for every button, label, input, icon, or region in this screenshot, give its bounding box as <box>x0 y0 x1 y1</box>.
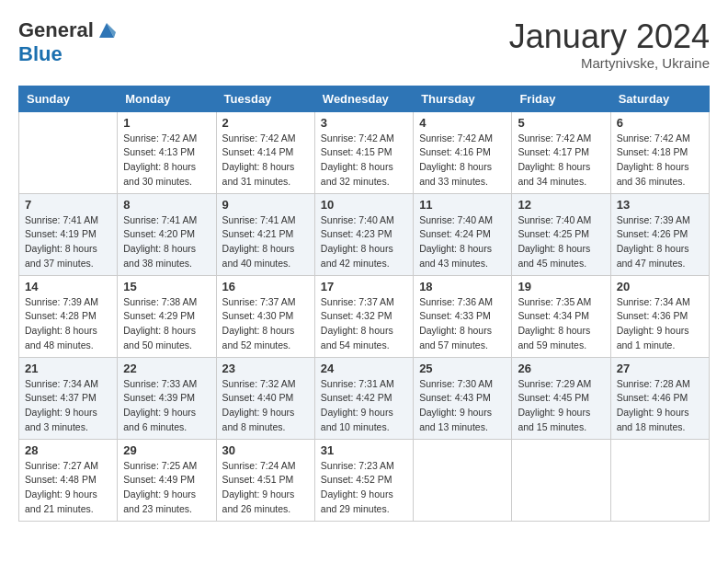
day-info: Sunrise: 7:41 AMSunset: 4:19 PMDaylight:… <box>25 213 111 271</box>
weekday-header-thursday: Thursday <box>414 86 512 111</box>
weekday-header-monday: Monday <box>118 86 216 111</box>
day-info: Sunrise: 7:34 AMSunset: 4:37 PMDaylight:… <box>25 377 111 435</box>
calendar-cell: 23Sunrise: 7:32 AMSunset: 4:40 PMDayligh… <box>216 357 314 439</box>
day-number: 24 <box>321 362 407 375</box>
calendar-cell: 3Sunrise: 7:42 AMSunset: 4:15 PMDaylight… <box>314 111 413 193</box>
calendar-cell: 1Sunrise: 7:42 AMSunset: 4:13 PMDaylight… <box>118 111 216 193</box>
day-info: Sunrise: 7:41 AMSunset: 4:21 PMDaylight:… <box>222 213 309 271</box>
day-number: 7 <box>25 198 111 212</box>
day-number: 3 <box>321 116 407 130</box>
calendar-cell <box>610 439 709 521</box>
logo: General Blue <box>18 18 118 66</box>
day-number: 9 <box>222 198 309 212</box>
day-number: 28 <box>25 443 111 457</box>
day-number: 21 <box>25 362 111 375</box>
weekday-header-row: SundayMondayTuesdayWednesdayThursdayFrid… <box>19 86 710 111</box>
day-number: 31 <box>321 443 407 457</box>
weekday-header-sunday: Sunday <box>19 86 118 111</box>
day-number: 25 <box>419 362 506 375</box>
calendar-cell <box>512 439 610 521</box>
title-block: January 2024 Martynivske, Ukraine <box>509 18 710 71</box>
logo-icon <box>96 19 118 41</box>
weekday-header-tuesday: Tuesday <box>216 86 314 111</box>
day-number: 16 <box>222 280 309 293</box>
day-number: 19 <box>518 280 604 293</box>
calendar-cell: 25Sunrise: 7:30 AMSunset: 4:43 PMDayligh… <box>414 357 512 439</box>
calendar-cell: 11Sunrise: 7:40 AMSunset: 4:24 PMDayligh… <box>414 193 512 275</box>
day-info: Sunrise: 7:40 AMSunset: 4:24 PMDaylight:… <box>419 213 506 271</box>
day-info: Sunrise: 7:32 AMSunset: 4:40 PMDaylight:… <box>222 377 309 435</box>
calendar-cell: 2Sunrise: 7:42 AMSunset: 4:14 PMDaylight… <box>216 111 314 193</box>
day-info: Sunrise: 7:42 AMSunset: 4:14 PMDaylight:… <box>222 132 309 190</box>
day-info: Sunrise: 7:30 AMSunset: 4:43 PMDaylight:… <box>419 377 506 435</box>
day-number: 23 <box>222 362 309 375</box>
calendar-cell: 22Sunrise: 7:33 AMSunset: 4:39 PMDayligh… <box>118 357 216 439</box>
day-info: Sunrise: 7:42 AMSunset: 4:18 PMDaylight:… <box>617 132 703 190</box>
month-title: January 2024 <box>509 18 710 55</box>
calendar-cell: 10Sunrise: 7:40 AMSunset: 4:23 PMDayligh… <box>314 193 413 275</box>
calendar-cell: 14Sunrise: 7:39 AMSunset: 4:28 PMDayligh… <box>19 275 118 357</box>
day-info: Sunrise: 7:38 AMSunset: 4:29 PMDaylight:… <box>123 295 210 353</box>
day-number: 1 <box>123 116 210 130</box>
calendar-cell: 21Sunrise: 7:34 AMSunset: 4:37 PMDayligh… <box>19 357 118 439</box>
day-number: 15 <box>123 280 210 293</box>
calendar-cell: 27Sunrise: 7:28 AMSunset: 4:46 PMDayligh… <box>610 357 709 439</box>
day-number: 4 <box>419 116 506 130</box>
day-info: Sunrise: 7:23 AMSunset: 4:52 PMDaylight:… <box>321 459 407 517</box>
calendar-week-row-3: 14Sunrise: 7:39 AMSunset: 4:28 PMDayligh… <box>19 275 710 357</box>
calendar-week-row-2: 7Sunrise: 7:41 AMSunset: 4:19 PMDaylight… <box>19 193 710 275</box>
day-info: Sunrise: 7:35 AMSunset: 4:34 PMDaylight:… <box>518 295 604 353</box>
day-info: Sunrise: 7:40 AMSunset: 4:23 PMDaylight:… <box>321 213 407 271</box>
day-info: Sunrise: 7:42 AMSunset: 4:15 PMDaylight:… <box>321 132 407 190</box>
calendar-cell: 4Sunrise: 7:42 AMSunset: 4:16 PMDaylight… <box>414 111 512 193</box>
calendar-cell: 16Sunrise: 7:37 AMSunset: 4:30 PMDayligh… <box>216 275 314 357</box>
location: Martynivske, Ukraine <box>509 55 710 71</box>
calendar-cell: 30Sunrise: 7:24 AMSunset: 4:51 PMDayligh… <box>216 439 314 521</box>
weekday-header-saturday: Saturday <box>610 86 709 111</box>
day-info: Sunrise: 7:34 AMSunset: 4:36 PMDaylight:… <box>617 295 703 353</box>
calendar-cell: 20Sunrise: 7:34 AMSunset: 4:36 PMDayligh… <box>610 275 709 357</box>
day-info: Sunrise: 7:42 AMSunset: 4:13 PMDaylight:… <box>123 132 210 190</box>
day-info: Sunrise: 7:42 AMSunset: 4:16 PMDaylight:… <box>419 132 506 190</box>
day-number: 30 <box>222 443 309 457</box>
day-number: 14 <box>25 280 111 293</box>
calendar-cell: 9Sunrise: 7:41 AMSunset: 4:21 PMDaylight… <box>216 193 314 275</box>
calendar-table: SundayMondayTuesdayWednesdayThursdayFrid… <box>18 86 710 522</box>
day-info: Sunrise: 7:37 AMSunset: 4:32 PMDaylight:… <box>321 295 407 353</box>
day-number: 8 <box>123 198 210 212</box>
calendar-cell: 24Sunrise: 7:31 AMSunset: 4:42 PMDayligh… <box>314 357 413 439</box>
page-header: General Blue January 2024 Martynivske, U… <box>18 18 710 71</box>
day-info: Sunrise: 7:33 AMSunset: 4:39 PMDaylight:… <box>123 377 210 435</box>
day-number: 18 <box>419 280 506 293</box>
calendar-cell <box>19 111 118 193</box>
calendar-cell: 5Sunrise: 7:42 AMSunset: 4:17 PMDaylight… <box>512 111 610 193</box>
calendar-cell: 8Sunrise: 7:41 AMSunset: 4:20 PMDaylight… <box>118 193 216 275</box>
calendar-cell: 12Sunrise: 7:40 AMSunset: 4:25 PMDayligh… <box>512 193 610 275</box>
day-number: 26 <box>518 362 604 375</box>
calendar-cell <box>414 439 512 521</box>
calendar-week-row-4: 21Sunrise: 7:34 AMSunset: 4:37 PMDayligh… <box>19 357 710 439</box>
day-number: 11 <box>419 198 506 212</box>
day-info: Sunrise: 7:24 AMSunset: 4:51 PMDaylight:… <box>222 459 309 517</box>
calendar-cell: 15Sunrise: 7:38 AMSunset: 4:29 PMDayligh… <box>118 275 216 357</box>
day-number: 12 <box>518 198 604 212</box>
weekday-header-wednesday: Wednesday <box>314 86 413 111</box>
day-info: Sunrise: 7:42 AMSunset: 4:17 PMDaylight:… <box>518 132 604 190</box>
weekday-header-friday: Friday <box>512 86 610 111</box>
day-info: Sunrise: 7:39 AMSunset: 4:28 PMDaylight:… <box>25 295 111 353</box>
calendar-cell: 17Sunrise: 7:37 AMSunset: 4:32 PMDayligh… <box>314 275 413 357</box>
day-number: 29 <box>123 443 210 457</box>
calendar-cell: 13Sunrise: 7:39 AMSunset: 4:26 PMDayligh… <box>610 193 709 275</box>
day-info: Sunrise: 7:40 AMSunset: 4:25 PMDaylight:… <box>518 213 604 271</box>
calendar-cell: 6Sunrise: 7:42 AMSunset: 4:18 PMDaylight… <box>610 111 709 193</box>
calendar-cell: 19Sunrise: 7:35 AMSunset: 4:34 PMDayligh… <box>512 275 610 357</box>
calendar-cell: 31Sunrise: 7:23 AMSunset: 4:52 PMDayligh… <box>314 439 413 521</box>
day-info: Sunrise: 7:37 AMSunset: 4:30 PMDaylight:… <box>222 295 309 353</box>
day-info: Sunrise: 7:25 AMSunset: 4:49 PMDaylight:… <box>123 459 210 517</box>
day-number: 10 <box>321 198 407 212</box>
day-info: Sunrise: 7:41 AMSunset: 4:20 PMDaylight:… <box>123 213 210 271</box>
day-info: Sunrise: 7:29 AMSunset: 4:45 PMDaylight:… <box>518 377 604 435</box>
calendar-cell: 29Sunrise: 7:25 AMSunset: 4:49 PMDayligh… <box>118 439 216 521</box>
day-number: 27 <box>617 362 703 375</box>
calendar-week-row-1: 1Sunrise: 7:42 AMSunset: 4:13 PMDaylight… <box>19 111 710 193</box>
